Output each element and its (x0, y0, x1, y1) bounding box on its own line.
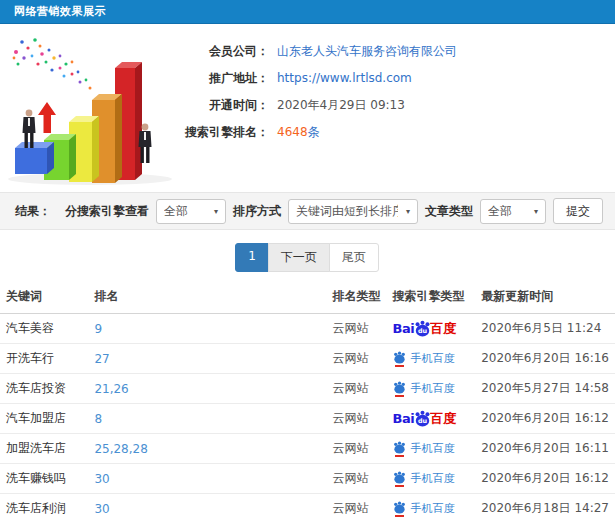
submit-button[interactable]: 提交 (553, 198, 603, 224)
rank-type-text: 云网站 (333, 381, 369, 395)
info-row-url: 推广地址： https://www.lrtlsd.com (174, 65, 457, 92)
company-info-list: 会员公司： 山东老人头汽车服务咨询有限公司 推广地址： https://www.… (174, 30, 457, 192)
rank-type-cell: 云网站 (327, 494, 387, 520)
engine-filter-value: 全部 (164, 203, 206, 220)
sort-filter-select[interactable]: 关键词由短到长排序 ▾ (288, 199, 418, 224)
rank-cell: 30 (88, 494, 326, 520)
update-time-cell: 2020年6月20日 16:11 (475, 434, 615, 464)
mobile-baidu-underline (395, 365, 404, 367)
table-row: 加盟洗车店 25,28,28 云网站 Bai du 百度 (0, 434, 615, 464)
info-section: 会员公司： 山东老人头汽车服务咨询有限公司 推广地址： https://www.… (0, 24, 615, 192)
rank-link[interactable]: 25,28,28 (94, 442, 147, 456)
rank-type-text: 云网站 (333, 441, 369, 455)
last-page-button[interactable]: 尾页 (329, 243, 379, 272)
table-row: 洗车店利润 30 云网站 Bai du 百度 (0, 494, 615, 520)
header-engine-type: 搜索引擎类型 (387, 280, 476, 314)
rank-link[interactable]: 8 (94, 412, 102, 426)
engine-type-cell: Bai du 百度 (387, 494, 476, 520)
chevron-down-icon: ▾ (406, 207, 410, 216)
article-type-label: 文章类型 (425, 203, 473, 220)
engine-rank-label: 搜索引擎排名： (174, 119, 269, 146)
update-time-text: 2020年6月5日 11:24 (481, 321, 601, 335)
table-header-row: 关键词 排名 排名类型 搜索引擎类型 最新更新时间 (0, 280, 615, 314)
results-table-body: 汽车美容 9 云网站 Bai du 百度 (0, 314, 615, 520)
rank-link[interactable]: 30 (94, 502, 109, 516)
baidu-cn-text: 百度 (430, 412, 456, 425)
mobile-baidu-logo: 手机百度 (393, 501, 455, 517)
mobile-baidu-logo: 手机百度 (393, 381, 455, 397)
keyword-text: 洗车赚钱吗 (6, 471, 66, 485)
company-label: 会员公司： (174, 38, 269, 65)
mobile-baidu-paw-icon (393, 471, 406, 487)
company-name-link[interactable]: 山东老人头汽车服务咨询有限公司 (277, 38, 457, 65)
confetti-dots (13, 38, 92, 89)
baidu-paw-icon: du (414, 320, 431, 337)
update-time-cell: 2020年6月18日 14:27 (475, 494, 615, 520)
rank-cell: 25,28,28 (88, 434, 326, 464)
rank-link[interactable]: 27 (94, 352, 109, 366)
promotion-url-link[interactable]: https://www.lrtlsd.com (277, 65, 412, 92)
engine-type-cell: Bai du 百度 (387, 314, 476, 344)
chevron-down-icon: ▾ (214, 207, 218, 216)
rank-type-cell: 云网站 (327, 404, 387, 434)
keyword-cell: 洗车店投资 (0, 374, 88, 404)
rank-link[interactable]: 30 (94, 472, 109, 486)
mobile-baidu-paw-icon (393, 501, 406, 517)
info-row-company: 会员公司： 山东老人头汽车服务咨询有限公司 (174, 38, 457, 65)
engine-type-cell: Bai du 百度 (387, 344, 476, 374)
update-time-text: 2020年6月20日 16:11 (481, 441, 609, 455)
mobile-baidu-underline (395, 485, 404, 487)
mobile-baidu-paw-icon (393, 381, 406, 397)
keyword-cell: 开洗车行 (0, 344, 88, 374)
rank-link[interactable]: 9 (94, 322, 102, 336)
sort-filter-value: 关键词由短到长排序 (296, 203, 398, 220)
filter-bar: 结果： 分搜索引擎查看 全部 ▾ 排序方式 关键词由短到长排序 ▾ 文章类型 全… (0, 192, 615, 230)
header-rank: 排名 (88, 280, 326, 314)
rank-type-cell: 云网站 (327, 374, 387, 404)
mobile-baidu-paw-icon (393, 351, 406, 367)
keyword-text: 汽车美容 (6, 321, 54, 335)
mobile-baidu-underline (395, 515, 404, 517)
rank-cell: 9 (88, 314, 326, 344)
baidu-logo: Bai du 百度 (393, 410, 457, 427)
keyword-text: 开洗车行 (6, 351, 54, 365)
update-time-text: 2020年6月20日 16:16 (481, 351, 609, 365)
sort-filter-label: 排序方式 (233, 203, 281, 220)
rank-link[interactable]: 21,26 (94, 382, 128, 396)
rank-type-text: 云网站 (333, 411, 369, 425)
mobile-baidu-label: 手机百度 (411, 503, 455, 514)
svg-text:du: du (418, 417, 427, 425)
info-row-engine-rank: 搜索引擎排名： 4648条 (174, 119, 457, 146)
rank-cell: 8 (88, 404, 326, 434)
pagination: 1 下一页 尾页 (0, 243, 615, 272)
update-time-cell: 2020年6月20日 16:16 (475, 344, 615, 374)
chevron-down-icon: ▾ (534, 207, 538, 216)
next-page-button[interactable]: 下一页 (268, 243, 330, 272)
info-row-opened: 开通时间： 2020年4月29日 09:13 (174, 92, 457, 119)
table-row: 开洗车行 27 云网站 Bai du 百度 (0, 344, 615, 374)
svg-text:du: du (418, 327, 427, 335)
keyword-text: 加盟洗车店 (6, 441, 66, 455)
keyword-cell: 汽车美容 (0, 314, 88, 344)
opened-time-value: 2020年4月29日 09:13 (277, 92, 405, 119)
article-type-select[interactable]: 全部 ▾ (480, 199, 546, 224)
article-type-value: 全部 (488, 203, 526, 220)
engine-type-cell: Bai du 百度 (387, 464, 476, 494)
header-update-time: 最新更新时间 (475, 280, 615, 314)
page-title: 网络营销效果展示 (14, 4, 106, 19)
mobile-baidu-underline (395, 395, 404, 397)
baidu-bai-text: Bai (393, 412, 415, 425)
page-1-button[interactable]: 1 (235, 243, 269, 272)
rank-type-text: 云网站 (333, 471, 369, 485)
rank-type-cell: 云网站 (327, 464, 387, 494)
engine-filter-select[interactable]: 全部 ▾ (156, 199, 226, 224)
mobile-baidu-logo: 手机百度 (393, 471, 455, 487)
promotion-url-label: 推广地址： (174, 65, 269, 92)
update-time-text: 2020年6月20日 16:12 (481, 411, 609, 425)
engine-type-cell: Bai du 百度 (387, 404, 476, 434)
update-time-text: 2020年6月18日 14:27 (481, 501, 609, 515)
table-row: 汽车美容 9 云网站 Bai du 百度 (0, 314, 615, 344)
update-time-cell: 2020年5月27日 14:58 (475, 374, 615, 404)
table-row: 汽车加盟店 8 云网站 Bai du 百度 (0, 404, 615, 434)
opened-time-label: 开通时间： (174, 92, 269, 119)
